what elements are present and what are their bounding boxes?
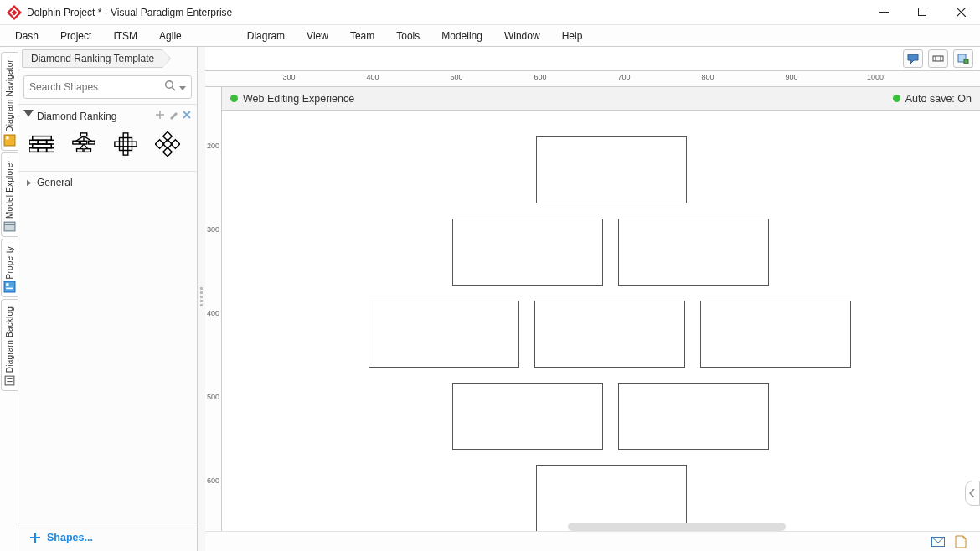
template-brick-icon[interactable] [28,131,55,157]
svg-rect-8 [6,136,8,139]
diagram-shape[interactable] [618,219,769,286]
diagram-shape[interactable] [536,465,687,531]
diagram-shape[interactable] [536,136,687,203]
svg-rect-13 [6,288,13,290]
palette-add-icon[interactable] [155,110,165,122]
svg-rect-61 [933,56,943,61]
menu-modeling[interactable]: Modeling [441,30,482,42]
menu-window[interactable]: Window [504,30,540,42]
window-title: Dolphin Project * - Visual Paradigm Ente… [27,7,864,18]
model-explorer-icon [3,220,16,233]
svg-rect-33 [80,133,87,136]
palette-edit-icon[interactable] [168,110,178,122]
menu-diagram[interactable]: Diagram [247,30,285,42]
svg-rect-65 [964,59,968,64]
svg-rect-7 [4,135,15,146]
svg-rect-30 [29,148,38,152]
canvas[interactable]: Web Editing Experience Auto save: On [222,87,980,531]
template-tree-icon[interactable] [70,131,97,157]
toolbar-resource-button[interactable] [953,49,973,68]
tab-property[interactable]: Property [1,239,18,297]
horizontal-scrollbar[interactable] [568,523,786,531]
sidebar: Diamond Ranking Template Diamond Ranking [18,47,198,551]
menu-help[interactable]: Help [562,30,583,42]
menu-team[interactable]: Team [350,30,374,42]
svg-rect-38 [85,149,91,152]
mail-icon[interactable] [931,535,945,548]
menu-agile[interactable]: Agile [159,30,182,42]
general-group[interactable]: General [18,172,197,193]
footer-bar [205,531,980,551]
svg-line-41 [84,136,91,142]
svg-rect-51 [120,147,124,151]
shapes-link[interactable]: Shapes... [18,523,197,551]
palette-group-label: Diamond Ranking [37,111,116,122]
tab-diagram-navigator[interactable]: Diagram Navigator [1,52,18,151]
menu-itsm[interactable]: ITSM [113,30,137,42]
svg-rect-14 [5,377,14,386]
diagram-shape[interactable] [700,301,851,368]
maximize-button[interactable] [903,0,941,25]
property-icon [3,281,16,293]
svg-marker-19 [179,86,186,90]
vertical-ruler: 200 300 400 500 600 [205,87,222,531]
search-dropdown-icon[interactable] [179,80,186,95]
svg-rect-4 [918,8,926,16]
svg-marker-58 [27,179,31,186]
svg-line-40 [76,136,84,142]
diagram-shape[interactable] [452,219,603,286]
menu-tools[interactable]: Tools [396,30,420,42]
search-icon[interactable] [164,80,176,95]
menu-view[interactable]: View [307,30,328,42]
palette-close-icon[interactable] [182,110,192,122]
svg-line-42 [80,144,84,149]
svg-rect-36 [89,141,95,144]
diagram-shape[interactable] [534,301,685,368]
svg-rect-47 [132,142,137,147]
menu-bar: Dash Project ITSM Agile Diagram View Tea… [0,25,980,47]
template-plus-icon[interactable] [112,131,139,157]
diagram-shape[interactable] [618,383,769,450]
search-input[interactable] [29,81,161,93]
diagram-shape[interactable] [369,301,519,368]
collapse-icon[interactable] [23,110,34,122]
svg-line-18 [173,88,176,91]
svg-rect-34 [73,141,80,144]
minimize-button[interactable] [864,0,903,25]
tab-model-explorer[interactable]: Model Explorer [1,152,18,237]
menu-dash[interactable]: Dash [15,30,39,42]
diagram-shape[interactable] [452,383,603,450]
toolbar-format-button[interactable] [928,49,948,68]
svg-rect-44 [123,133,128,138]
svg-rect-45 [123,151,128,156]
svg-rect-37 [77,149,84,152]
breadcrumb[interactable]: Diamond Ranking Template [22,49,163,68]
svg-rect-46 [115,142,120,147]
svg-marker-20 [23,110,34,116]
svg-rect-9 [4,222,15,231]
horizontal-ruler: 300 400 500 600 700 800 900 1000 [205,70,980,87]
svg-rect-31 [38,148,46,152]
left-vertical-tabs: Diagram Navigator Model Explorer Propert… [0,47,18,551]
app-logo-icon [7,5,22,20]
close-button[interactable] [941,0,980,25]
svg-rect-48 [123,142,128,147]
svg-rect-49 [120,138,124,142]
note-icon[interactable] [955,535,968,548]
panel-collapse-chevron[interactable] [965,481,980,506]
svg-point-17 [166,81,173,89]
svg-rect-50 [128,138,132,142]
svg-rect-32 [47,148,54,152]
search-shapes-box[interactable] [23,75,192,99]
svg-rect-11 [4,281,15,292]
template-diamond-icon[interactable] [154,131,181,157]
svg-rect-12 [6,283,8,286]
splitter[interactable] [198,47,205,551]
tab-diagram-backlog[interactable]: Diagram Backlog [1,299,18,391]
svg-rect-52 [128,147,132,151]
menu-project[interactable]: Project [60,30,91,42]
svg-line-43 [84,144,88,149]
toolbar-feedback-button[interactable] [903,49,923,68]
diagram-navigator-icon [3,134,16,147]
backlog-icon [3,374,16,387]
